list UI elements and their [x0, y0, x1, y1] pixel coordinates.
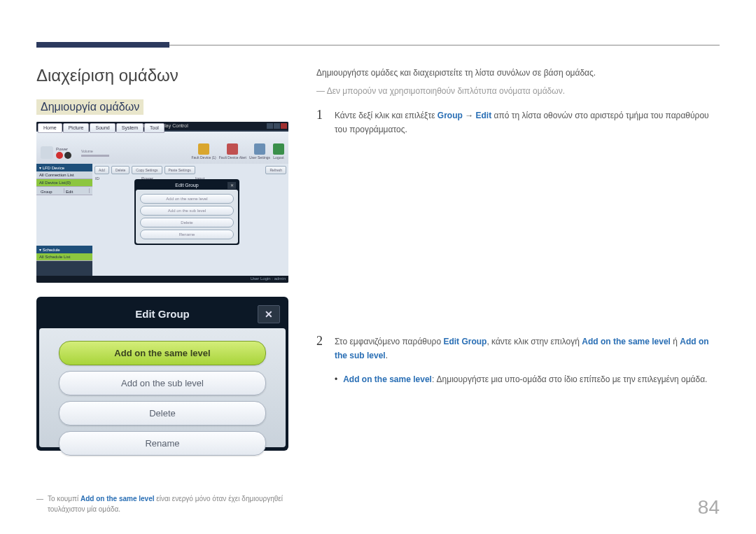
bullet-icon: • — [335, 372, 337, 386]
screenshot-edit-group-dialog: Edit Group ✕ Add on the same level Add o… — [36, 297, 288, 451]
btn-add[interactable]: Add — [94, 166, 109, 174]
step-2: 2 Στο εμφανιζόμενο παράθυρο Edit Group, … — [316, 335, 720, 363]
fault-alert-icon[interactable]: Fault Device Alert — [219, 143, 246, 160]
tab-picture[interactable]: Picture — [63, 123, 90, 133]
sidebar-hdr-schedule[interactable]: ▾ Schedule — [36, 246, 92, 253]
kw-edit-group: Edit Group — [443, 337, 486, 346]
btn-copy[interactable]: Copy Settings — [132, 166, 162, 174]
col-id: ID — [95, 176, 99, 181]
screenshot-mdc-app: Multiple Display Control Home Picture So… — [36, 122, 288, 283]
footnote: ― Το κουμπί Add on the same level είναι … — [36, 493, 288, 514]
page-number: 84 — [698, 496, 720, 519]
opt-sub-level[interactable]: Add on the sub level — [140, 206, 234, 216]
kw-edit: Edit — [476, 111, 492, 120]
opt-same-level[interactable]: Add on the same level — [140, 194, 234, 204]
tab-system[interactable]: System — [116, 123, 144, 133]
btn-rename[interactable]: Rename — [59, 431, 266, 456]
close-icon[interactable]: ✕ — [227, 182, 236, 189]
status-bar: User Login : admin — [36, 276, 288, 283]
bullet-label: Add on the same level — [343, 374, 432, 384]
ribbon-right: Fault Device (1) Fault Device Alert User… — [192, 141, 285, 161]
ribbon: Home Picture Sound System Tool Power — [36, 132, 288, 164]
btn-delete[interactable]: Delete — [111, 166, 130, 174]
tab-sound[interactable]: Sound — [90, 123, 115, 133]
bullet-same-level: • Add on the same level: Δημιουργήστε μι… — [335, 372, 720, 386]
sidebar: ▾ LFD Device All Connection List All Dev… — [36, 164, 92, 276]
sidebar-grid-header: Group Edit — [36, 187, 92, 195]
col-edit: Edit — [64, 188, 90, 193]
sidebar-hdr-lfd[interactable]: ▾ LFD Device — [36, 164, 92, 171]
minimize-icon[interactable] — [267, 123, 273, 129]
user-settings-icon[interactable]: User Settings — [249, 143, 270, 160]
btn-refresh[interactable]: Refresh — [265, 166, 286, 174]
header-accent — [36, 42, 169, 48]
close-icon[interactable] — [281, 123, 287, 129]
page-title: Διαχείριση ομάδων — [36, 66, 288, 85]
toolbar-buttons: Add Delete Copy Settings Paste Settings … — [92, 164, 288, 176]
dialog-title: Edit Group ✕ — [136, 181, 238, 190]
col-group: Group — [39, 188, 64, 193]
dialog-body: Add on the same level Add on the sub lev… — [39, 328, 286, 447]
intro-note: ― Δεν μπορούν να χρησιμοποιηθούν διπλότυ… — [316, 84, 720, 98]
main-panel: Add Delete Copy Settings Paste Settings … — [92, 164, 288, 276]
btn-add-same-level[interactable]: Add on the same level — [59, 341, 266, 365]
kw-group: Group — [438, 111, 463, 120]
btn-delete[interactable]: Delete — [59, 401, 266, 426]
fault-device-icon[interactable]: Fault Device (1) — [192, 143, 216, 160]
section-subtitle: Δημιουργία ομάδων — [36, 99, 144, 115]
opt-delete[interactable]: Delete — [140, 218, 234, 227]
sidebar-spacer — [36, 195, 92, 246]
content: Διαχείριση ομάδων Δημιουργία ομάδων Mult… — [36, 66, 720, 451]
intro-text: Δημιουργήστε ομάδες και διαχειριστείτε τ… — [316, 66, 720, 80]
dialog-body: Add on the same level Add on the sub lev… — [136, 190, 238, 244]
app-body: ▾ LFD Device All Connection List All Dev… — [36, 164, 288, 276]
kw-same-level: Add on the same level — [582, 337, 671, 346]
volume-slider[interactable] — [81, 155, 109, 157]
dialog-title: Edit Group ✕ — [39, 300, 286, 328]
btn-add-sub-level[interactable]: Add on the sub level — [59, 371, 266, 395]
sidebar-row-schedule[interactable]: All Schedule List — [36, 253, 92, 261]
ribbon-left: Home Picture Sound System Tool Power — [41, 134, 109, 161]
close-button[interactable]: ✕ — [258, 305, 280, 323]
step-text: Στο εμφανιζόμενο παράθυρο Edit Group, κά… — [335, 335, 720, 363]
right-column: Δημιουργήστε ομάδες και διαχειριστείτε τ… — [316, 66, 720, 451]
step-1: 1 Κάντε δεξί κλικ και επιλέξτε Group → E… — [316, 108, 720, 137]
edit-group-dialog-small: Edit Group ✕ Add on the same level Add o… — [134, 179, 239, 245]
left-column: Διαχείριση ομάδων Δημιουργία ομάδων Mult… — [36, 66, 288, 451]
logout-icon[interactable]: Logout — [273, 143, 284, 160]
footnote-btn: Add on the same level — [80, 495, 155, 503]
step-text: Κάντε δεξί κλικ και επιλέξτε Group → Edi… — [335, 108, 720, 137]
tab-tool[interactable]: Tool — [144, 123, 164, 133]
ribbon-tabs: Home Picture Sound System Tool — [38, 123, 164, 133]
volume-label: Volume — [81, 149, 109, 153]
power-icon[interactable] — [41, 146, 53, 159]
step-2-block: 2 Στο εμφανιζόμενο παράθυρο Edit Group, … — [316, 335, 720, 387]
tab-home[interactable]: Home — [38, 123, 62, 133]
btn-paste[interactable]: Paste Settings — [164, 166, 195, 174]
step-number: 1 — [316, 108, 325, 137]
sidebar-row-all-device[interactable]: All Device List(0) — [36, 179, 92, 187]
maximize-icon[interactable] — [274, 123, 280, 129]
power-off-icon[interactable] — [64, 152, 71, 159]
power-on-icon[interactable] — [56, 152, 63, 159]
window-controls — [267, 123, 287, 129]
sidebar-row-all-conn[interactable]: All Connection List — [36, 171, 92, 179]
step-number: 2 — [316, 335, 325, 363]
opt-rename[interactable]: Rename — [140, 230, 234, 239]
